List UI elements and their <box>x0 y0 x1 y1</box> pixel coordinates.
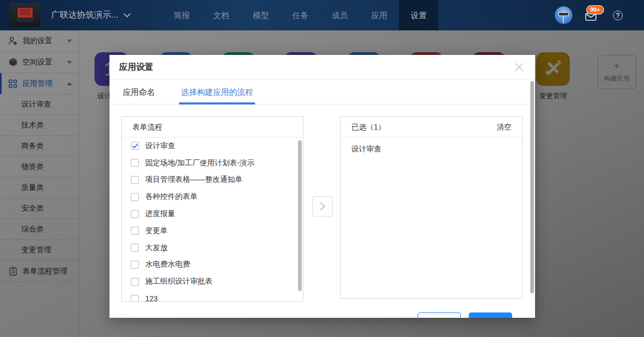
flow-item-row[interactable]: 进度报量 <box>122 205 303 222</box>
selected-count: 已选（1） <box>351 117 386 137</box>
flow-item-label: 水电费水电费 <box>145 260 190 269</box>
building-photo <box>13 6 37 25</box>
notifications-button[interactable]: 99+ <box>584 6 602 25</box>
flow-item-row[interactable]: 123 <box>122 290 303 301</box>
nav-tab-briefing[interactable]: 简报 <box>162 0 201 30</box>
flow-panel-title: 表单流程 <box>132 117 162 137</box>
flow-item-row[interactable]: 水电费水电费 <box>122 256 303 274</box>
modal-scrollbar-thumb[interactable] <box>530 81 534 293</box>
nav-tab-tasks[interactable]: 任务 <box>280 0 320 30</box>
nav-tab-models[interactable]: 模型 <box>241 0 280 30</box>
selected-panel-header: 已选（1） 清空 <box>341 117 522 138</box>
modal-tab-bar: 应用命名 选择构建应用的流程 <box>109 79 535 105</box>
flow-item-label: 施工组织设计审批表 <box>145 277 213 286</box>
flow-item-row[interactable]: 变更单 <box>122 222 303 239</box>
chevron-right-icon <box>319 202 326 211</box>
flow-item-label: 变更单 <box>145 226 168 236</box>
workspace-logo[interactable] <box>10 3 41 27</box>
clear-button[interactable]: 清空 <box>497 117 512 137</box>
checkbox[interactable] <box>131 159 139 167</box>
flow-item-label: 项目管理表格——整改通知单 <box>145 175 242 184</box>
checkbox[interactable] <box>131 261 139 269</box>
nav-tab-documents[interactable]: 文档 <box>201 0 241 30</box>
checkbox[interactable] <box>131 244 139 252</box>
close-icon[interactable] <box>514 62 524 73</box>
navbar-right: 99+ ? <box>555 0 644 30</box>
nav-tab-members[interactable]: 成员 <box>320 0 359 30</box>
tab-select-flows[interactable]: 选择构建应用的流程 <box>181 79 253 105</box>
flow-item-label: 固定场地/加工厂使用计划表-演示 <box>145 158 255 168</box>
checkbox[interactable] <box>131 278 139 286</box>
checkbox[interactable] <box>131 210 139 218</box>
app-settings-modal: 应用设置 应用命名 选择构建应用的流程 表单流程 设计审查 固定场地/加工厂使用… <box>109 55 535 318</box>
confirm-button[interactable] <box>469 312 512 318</box>
checkbox[interactable] <box>131 142 139 150</box>
selected-item: 设计审查 <box>341 138 522 154</box>
selected-panel: 已选（1） 清空 设计审查 <box>340 116 523 299</box>
tab-app-naming[interactable]: 应用命名 <box>123 79 155 105</box>
flow-item-row[interactable]: 项目管理表格——整改通知单 <box>122 172 303 189</box>
flow-item-label: 进度报量 <box>145 209 175 219</box>
selected-list: 设计审查 <box>341 138 522 154</box>
help-icon[interactable]: ? <box>613 11 623 20</box>
flow-item-row[interactable]: 各种控件的表单 <box>122 188 303 205</box>
nav-tab-settings[interactable]: 设置 <box>399 0 438 30</box>
workspace-title: 广联达协筑演示... <box>51 10 118 21</box>
navbar: 广联达协筑演示... 简报文档模型任务成员应用设置 99+ ? <box>0 0 644 30</box>
flow-item-label: 大发放 <box>145 243 168 253</box>
flow-item-label: 各种控件的表单 <box>145 192 198 202</box>
checkbox[interactable] <box>131 193 139 201</box>
flow-item-row[interactable]: 设计审查 <box>122 138 303 155</box>
app-window: 广联达协筑演示... 简报文档模型任务成员应用设置 99+ ? 我的设置空间设置… <box>0 0 644 337</box>
flow-item-row[interactable]: 施工组织设计审批表 <box>122 273 303 290</box>
checkbox[interactable] <box>131 176 139 184</box>
flow-panel-header: 表单流程 <box>122 117 303 138</box>
flow-item-row[interactable]: 固定场地/加工厂使用计划表-演示 <box>122 155 303 172</box>
checkbox[interactable] <box>131 227 139 235</box>
avatar[interactable] <box>555 6 572 24</box>
flow-item-label: 123 <box>145 294 158 301</box>
checkbox[interactable] <box>131 295 139 301</box>
cancel-button[interactable] <box>418 312 461 318</box>
modal-title: 应用设置 <box>109 55 535 79</box>
chevron-down-icon <box>123 13 131 18</box>
nav-tab-apps[interactable]: 应用 <box>359 0 399 30</box>
flow-checkbox-list: 设计审查 固定场地/加工厂使用计划表-演示 项目管理表格——整改通知单 各种控件… <box>122 138 303 301</box>
workspace-switcher[interactable]: 广联达协筑演示... <box>51 10 131 21</box>
list-scrollbar-thumb[interactable] <box>298 140 302 291</box>
flow-item-label: 设计审查 <box>145 141 175 151</box>
move-right-button[interactable] <box>312 196 333 216</box>
flow-item-row[interactable]: 大发放 <box>122 239 303 256</box>
nav-tabs: 简报文档模型任务成员应用设置 <box>162 0 438 30</box>
modal-header: 应用设置 <box>109 55 535 79</box>
notification-badge: 99+ <box>586 5 604 14</box>
flow-list-panel: 表单流程 设计审查 固定场地/加工厂使用计划表-演示 项目管理表格——整改通知单… <box>121 116 303 302</box>
